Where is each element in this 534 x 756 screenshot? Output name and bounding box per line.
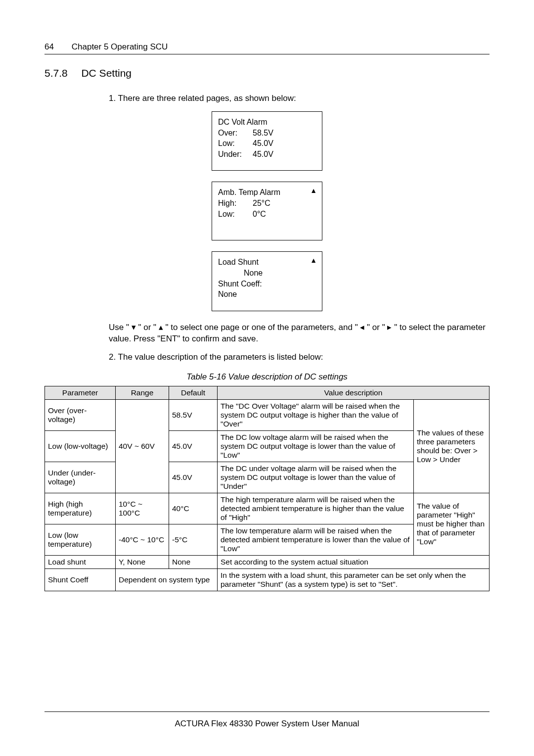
cell-desc: The "DC Over Voltage" alarm will be rais… (218, 399, 414, 430)
cell-param: Over (over-voltage) (45, 399, 116, 430)
display-line: Load Shunt (218, 257, 316, 268)
table-row: Load shunt Y, None None Set according to… (45, 555, 490, 568)
cell-desc: The high temperature alarm will be raise… (218, 493, 414, 524)
display-label: Under: (218, 149, 253, 160)
cell-desc: In the system with a load shunt, this pa… (218, 568, 490, 591)
intro-paragraph-2: 2. The value description of the paramete… (109, 352, 490, 363)
display-row: Low: 0°C (218, 209, 316, 220)
page-header: 64 Chapter 5 Operating SCU (44, 42, 490, 54)
up-arrow-icon: ▲ (310, 186, 317, 195)
cell-desc: The low temperature alarm will be raised… (218, 524, 414, 555)
cell-param: High (high temperature) (45, 493, 116, 524)
table-row: Over (over-voltage) 40V ~ 60V 58.5V The … (45, 399, 490, 430)
cell-param: Under (under-voltage) (45, 462, 116, 493)
cell-range: Y, None (116, 555, 169, 568)
dc-settings-table: Parameter Range Default Value descriptio… (44, 386, 490, 591)
display-value: 45.0V (253, 149, 273, 160)
navigation-instructions: Use " ▾ " or " ▴ " to select one page or… (109, 322, 490, 345)
table-header-row: Parameter Range Default Value descriptio… (45, 386, 490, 399)
display-label: Low: (218, 138, 253, 149)
section-heading: 5.7.8 DC Setting (44, 67, 490, 79)
cell-range: -40°C ~ 10°C (116, 524, 169, 555)
display-title: DC Volt Alarm (218, 117, 316, 128)
page-footer: ACTURA Flex 48330 Power System User Manu… (44, 711, 490, 729)
display-screen-dc-volt: DC Volt Alarm Over: 58.5V Low: 45.0V Und… (212, 111, 322, 171)
cell-desc: The DC under voltage alarm will be raise… (218, 462, 414, 493)
table-row: Shunt Coeff Dependent on system type In … (45, 568, 490, 591)
display-value: 0°C (253, 209, 266, 220)
cell-default: 40°C (169, 493, 218, 524)
cell-desc: Set according to the system actual situa… (218, 555, 490, 568)
cell-default: -5°C (169, 524, 218, 555)
display-value: 58.5V (253, 128, 273, 139)
display-row: Over: 58.5V (218, 128, 316, 139)
col-default: Default (169, 386, 218, 399)
intro-paragraph-1: 1. There are three related pages, as sho… (109, 93, 490, 104)
page-number: 64 (44, 42, 69, 52)
display-line: None (218, 268, 316, 279)
table-caption: Table 5-16 Value description of DC setti… (44, 372, 490, 382)
display-label: High: (218, 198, 253, 209)
display-value: 25°C (253, 198, 270, 209)
table-row: High (high temperature) 10°C ~ 100°C 40°… (45, 493, 490, 524)
display-screen-load-shunt: ▲ Load Shunt None Shunt Coeff: None (212, 251, 322, 311)
col-description: Value description (218, 386, 490, 399)
col-range: Range (116, 386, 169, 399)
page: 64 Chapter 5 Operating SCU 5.7.8 DC Sett… (0, 0, 534, 756)
display-row: Under: 45.0V (218, 149, 316, 160)
display-line: Shunt Coeff: (218, 279, 316, 289)
cell-default: 45.0V (169, 462, 218, 493)
display-screen-amb-temp: ▲ Amb. Temp Alarm High: 25°C Low: 0°C (212, 182, 322, 240)
cell-param: Low (low-voltage) (45, 430, 116, 462)
up-arrow-icon: ▲ (310, 256, 317, 265)
cell-desc: The DC low voltage alarm will be raised … (218, 430, 414, 462)
cell-note: The values of these three parameters sho… (414, 399, 490, 493)
cell-default: 58.5V (169, 399, 218, 430)
cell-default: None (169, 555, 218, 568)
display-title: Amb. Temp Alarm (218, 187, 316, 198)
display-row: High: 25°C (218, 198, 316, 209)
cell-range-default: Dependent on system type (116, 568, 218, 591)
display-label: Low: (218, 209, 253, 220)
chapter-title: Chapter 5 Operating SCU (72, 42, 168, 51)
display-label: Over: (218, 128, 253, 139)
display-row: Low: 45.0V (218, 138, 316, 149)
cell-param: Shunt Coeff (45, 568, 116, 591)
section-title: DC Setting (81, 67, 132, 79)
col-parameter: Parameter (45, 386, 116, 399)
cell-default: 45.0V (169, 430, 218, 462)
cell-param: Low (low temperature) (45, 524, 116, 555)
cell-param: Load shunt (45, 555, 116, 568)
cell-range: 10°C ~ 100°C (116, 493, 169, 524)
display-value: 45.0V (253, 138, 273, 149)
cell-note: The value of parameter "High" must be hi… (414, 493, 490, 555)
cell-range: 40V ~ 60V (116, 399, 169, 493)
display-line: None (218, 289, 316, 300)
section-number: 5.7.8 (44, 67, 79, 79)
